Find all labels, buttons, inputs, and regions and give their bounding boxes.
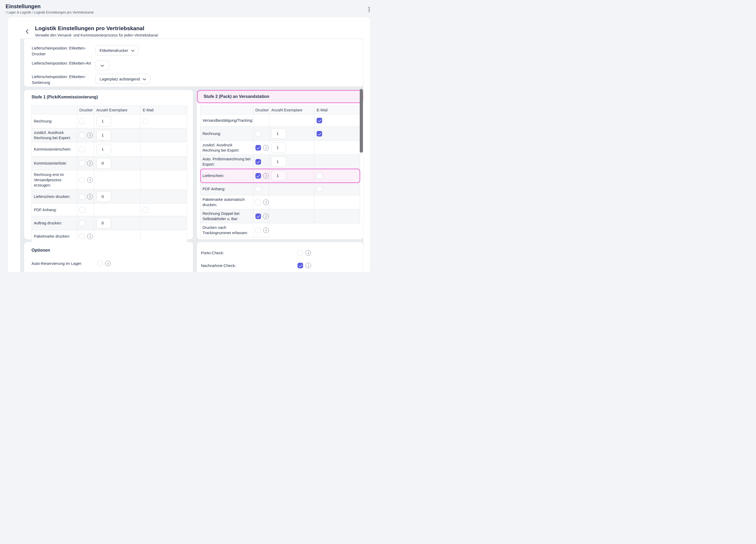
select-dropdown[interactable]: Etikettendrucker <box>95 45 139 55</box>
anzahl-cell: 1 <box>269 169 315 183</box>
row-label: Kommissionierliste: <box>32 156 77 171</box>
info-icon[interactable]: i <box>87 194 93 200</box>
drucker-cell: i <box>77 190 94 204</box>
anzahl-cell: 0 <box>94 190 141 204</box>
form-label: Lieferscheinposition: Etiketten-Art <box>32 60 95 66</box>
copies-input[interactable]: 1 <box>96 116 111 127</box>
checkbox-checked[interactable] <box>255 159 261 165</box>
email-cell <box>141 156 187 171</box>
copies-input[interactable]: 0 <box>96 191 111 202</box>
select-dropdown[interactable] <box>95 60 109 70</box>
row-label: PDF Anhang: <box>200 183 253 195</box>
drucker-cell: i <box>253 223 269 237</box>
info-icon[interactable]: i <box>87 133 93 138</box>
email-cell <box>141 216 187 230</box>
info-icon[interactable]: i <box>87 177 93 183</box>
checkbox-unchecked[interactable] <box>298 250 303 256</box>
email-cell <box>314 195 360 209</box>
chevron-down-icon <box>143 77 146 81</box>
top-bar: Einstellungen / Lager & Logistik / Logis… <box>0 0 378 17</box>
table-row: PDF Anhang: <box>200 183 360 195</box>
info-icon[interactable]: i <box>87 161 93 166</box>
checkbox-checked[interactable] <box>298 263 303 268</box>
table-row: Rechnung:1 <box>200 127 360 141</box>
copies-input[interactable]: 0 <box>96 158 111 169</box>
info-icon[interactable]: i <box>263 145 269 151</box>
info-icon[interactable]: i <box>263 200 269 205</box>
email-cell <box>314 169 360 183</box>
table-row: Versandbestätigung/Tracking: <box>200 114 360 127</box>
email-cell <box>141 204 187 216</box>
info-icon[interactable]: i <box>105 261 111 266</box>
form-row: Lieferscheinposition: Etiketten-Sortieru… <box>32 74 363 86</box>
checkbox-unchecked[interactable] <box>143 119 148 124</box>
checkbox-unchecked[interactable] <box>79 161 85 166</box>
row-label: Paketmarke drucken: <box>32 230 77 243</box>
checkbox-checked[interactable] <box>255 173 261 179</box>
checkbox-unchecked[interactable] <box>255 200 261 205</box>
table-row: Paketmarke drucken:i <box>32 230 187 243</box>
checkbox-unchecked[interactable] <box>79 207 85 213</box>
table-row: Lieferschein:i1 <box>200 169 360 183</box>
checkbox-unchecked[interactable] <box>143 207 148 213</box>
checkbox-unchecked[interactable] <box>79 234 85 239</box>
checkbox-unchecked[interactable] <box>79 147 85 152</box>
email-cell <box>314 127 360 141</box>
checkbox-unchecked[interactable] <box>97 261 103 266</box>
checkbox-unchecked[interactable] <box>79 221 85 226</box>
option-label: Nachnahme-Check: <box>201 263 295 268</box>
breadcrumb: / Lager & Logistik / Logistik Einstellun… <box>6 11 93 14</box>
scrollbar-thumb[interactable] <box>360 89 363 153</box>
checkbox-checked[interactable] <box>255 145 261 151</box>
kebab-menu-icon[interactable] <box>367 6 371 12</box>
checkbox-checked[interactable] <box>255 214 261 219</box>
copies-input[interactable]: 1 <box>271 171 286 181</box>
checkbox-unchecked[interactable] <box>255 228 261 233</box>
copies-input[interactable]: 0 <box>96 218 111 228</box>
select-dropdown[interactable]: Lagerplatz aufsteigend <box>95 74 150 84</box>
stage2-table: DruckerAnzahl ExemplareE-MailVersandbest… <box>200 106 360 237</box>
select-value: Etikettendrucker <box>100 48 128 53</box>
email-cell <box>314 141 360 155</box>
row-label: Drucken nach Trackingnummer erfassen: <box>200 223 253 237</box>
back-button[interactable] <box>24 29 30 35</box>
checkbox-unchecked[interactable] <box>79 194 85 200</box>
chevron-left-icon <box>26 29 29 35</box>
checkbox-checked[interactable] <box>317 118 322 123</box>
info-icon[interactable]: i <box>305 263 311 268</box>
info-icon[interactable]: i <box>263 173 269 179</box>
drucker-cell: i <box>77 156 94 171</box>
drucker-cell: i <box>77 230 94 243</box>
copies-input[interactable]: 1 <box>271 156 286 167</box>
table-header-row: DruckerAnzahl ExemplareE-Mail <box>32 106 187 114</box>
info-icon[interactable]: i <box>87 234 93 239</box>
checkbox-unchecked[interactable] <box>255 131 261 137</box>
checkbox-unchecked[interactable] <box>317 173 322 179</box>
row-label: Rechnung erst im Versandprozess erzeugen… <box>32 171 77 190</box>
form-row: Lieferscheinposition: Etiketten-Art <box>32 60 363 70</box>
scroll-content: Lieferscheinposition: Etiketten-DruckerE… <box>20 39 363 272</box>
copies-input[interactable]: 1 <box>271 142 286 153</box>
checkbox-unchecked[interactable] <box>79 119 85 124</box>
info-icon[interactable]: i <box>263 214 269 219</box>
option-row: Porto-Check:i <box>201 250 311 256</box>
checkbox-checked[interactable] <box>317 131 322 137</box>
drucker-cell <box>253 155 269 169</box>
copies-input[interactable]: 1 <box>271 128 286 139</box>
checkbox-unchecked[interactable] <box>79 133 85 138</box>
checkbox-unchecked[interactable] <box>317 186 322 192</box>
column-header: Anzahl Exemplare <box>94 106 141 114</box>
copies-input[interactable]: 1 <box>96 130 111 141</box>
checkbox-unchecked[interactable] <box>79 177 85 183</box>
main-panel: Logistik Einstellungen pro Vertriebskana… <box>8 17 370 272</box>
info-icon[interactable]: i <box>263 228 269 233</box>
anzahl-cell: 1 <box>94 114 141 128</box>
option-label: Auto-Reservierung im Lager: <box>31 261 95 266</box>
drucker-cell <box>77 142 94 156</box>
options-card: Optionen Auto-Reservierung im Lager:i <box>24 242 193 272</box>
column-header: E-Mail <box>141 106 187 114</box>
info-icon[interactable]: i <box>305 250 311 256</box>
copies-input[interactable]: 1 <box>96 144 111 155</box>
checkbox-unchecked[interactable] <box>255 186 261 192</box>
drucker-cell <box>253 183 269 195</box>
